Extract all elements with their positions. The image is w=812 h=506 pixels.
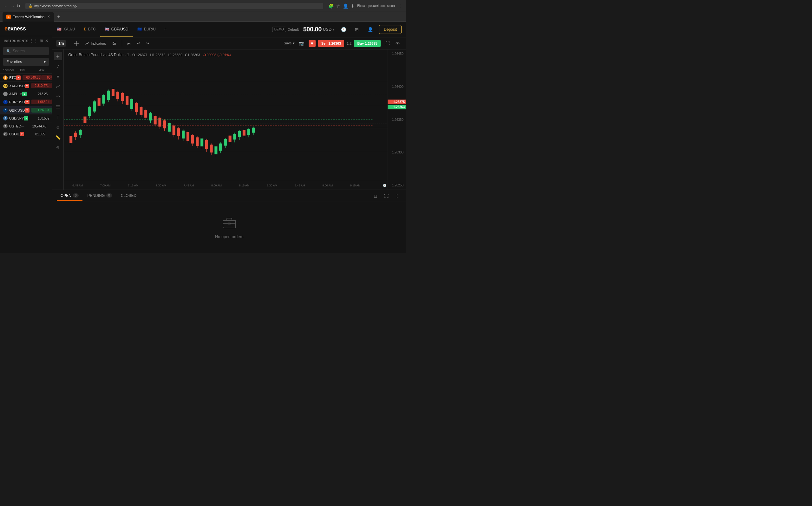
indicators-button[interactable]: Indicators bbox=[83, 40, 108, 47]
cursor-tool[interactable]: ✛ bbox=[54, 52, 62, 60]
favorites-dropdown[interactable]: Favorites ▾ bbox=[3, 58, 49, 66]
save-button[interactable]: Save ▾ bbox=[284, 41, 295, 45]
col-signal bbox=[14, 69, 20, 72]
tab-xauusd[interactable]: 🇺🇸 XAU/U bbox=[52, 21, 80, 37]
pending-orders-tab[interactable]: PENDING 0 bbox=[84, 191, 116, 201]
fib-tool[interactable] bbox=[54, 103, 62, 111]
address-bar[interactable]: 🔒 my.exness.com/webtrading/ bbox=[25, 3, 323, 9]
balance-dropdown-arrow[interactable]: ▾ bbox=[333, 27, 335, 32]
measure-tool[interactable]: 📏 bbox=[54, 133, 62, 142]
deposit-button[interactable]: Deposit bbox=[379, 25, 402, 34]
grid-icon-btn[interactable]: ⊞ bbox=[352, 25, 361, 34]
chart-icon-btns: ⛶ 👁 bbox=[383, 39, 402, 48]
orders-layout-btn[interactable]: ⊟ bbox=[371, 191, 380, 200]
search-box[interactable]: 🔍 Search bbox=[3, 47, 49, 55]
instrument-row-xauusd[interactable]: Au XAU/USD ▼ 2,310.271 2,310.47 bbox=[0, 82, 52, 90]
instrument-row-usoil[interactable]: O USOIL ▼ 81.095 81.114 bbox=[0, 130, 52, 138]
orders-expand-btn[interactable]: ⛶ bbox=[382, 191, 391, 200]
svg-rect-63 bbox=[168, 123, 171, 132]
extensions-icon[interactable]: 🧩 bbox=[328, 3, 334, 9]
rewind-back-button[interactable]: ⏮ bbox=[125, 40, 133, 46]
search-placeholder: Search bbox=[13, 49, 25, 53]
svg-line-10 bbox=[59, 96, 60, 97]
price-level-2: 1.26400 bbox=[388, 85, 405, 88]
clock-icon-btn[interactable]: 🕐 bbox=[339, 25, 348, 34]
user-icon-btn[interactable]: 👤 bbox=[366, 25, 375, 34]
sell-arrow-button[interactable]: ▼ bbox=[309, 40, 316, 47]
regression-tool[interactable] bbox=[54, 82, 62, 91]
time-axis-end[interactable]: 🕐 bbox=[369, 184, 388, 187]
text-tool[interactable]: T bbox=[54, 113, 62, 121]
new-tab-btn[interactable]: + bbox=[55, 14, 63, 20]
tab-instruments: 🇺🇸 XAU/U ₿ BTC 🇬🇧 GBP/USD 🇪🇺 EUR/U bbox=[52, 21, 170, 37]
svg-rect-73 bbox=[191, 135, 194, 143]
emoji-tool[interactable]: ☺ bbox=[54, 123, 62, 131]
buy-button[interactable]: Buy 1.26375 bbox=[354, 40, 381, 47]
timeframe-1m-button[interactable]: 1m bbox=[56, 40, 66, 47]
browser-forward-btn[interactable]: → bbox=[10, 3, 15, 9]
chart-canvas[interactable]: Great Britain Pound vs US Dollar · 1 · O… bbox=[64, 50, 406, 190]
browser-back-btn[interactable]: ← bbox=[4, 3, 8, 9]
instrument-row-eurusd[interactable]: € EUR/USD ▼ 1.06891 1.06901 bbox=[0, 98, 52, 106]
tab-eurusd[interactable]: 🇪🇺 EUR/U bbox=[133, 21, 160, 37]
screenshot-btn[interactable]: 📷 bbox=[297, 39, 306, 48]
btc-bid: 60,849.85 bbox=[22, 75, 42, 80]
drawing-tools-button[interactable] bbox=[72, 40, 81, 47]
svg-rect-77 bbox=[200, 139, 203, 147]
zoom-tool[interactable]: ⊕ bbox=[54, 143, 62, 152]
usdjpy-bid: 160.559 bbox=[30, 117, 49, 120]
col-symbol: Symbol bbox=[3, 69, 14, 72]
xau-icon: Au bbox=[3, 84, 8, 88]
tab-gbpusd[interactable]: 🇬🇧 GBP/USD bbox=[100, 21, 133, 37]
instrument-row-usdjpy[interactable]: $ USD/JPY ▲ 160.559 160.570 bbox=[0, 114, 52, 122]
list-view-icon[interactable]: ⋮⋮ bbox=[30, 39, 38, 43]
open-tab-label: OPEN bbox=[61, 193, 71, 198]
fullscreen-btn[interactable]: ⛶ bbox=[383, 39, 392, 48]
star-icon[interactable]: ☆ bbox=[336, 3, 340, 9]
demo-badge: DEMO bbox=[272, 27, 286, 32]
price-level-5: 1.26250 bbox=[388, 184, 405, 187]
instrument-row-ustec[interactable]: T USTEC — 19,744.40 19,750.3 bbox=[0, 122, 52, 130]
time-730: 7:30 AM bbox=[147, 184, 175, 187]
download-icon[interactable]: ⬇ bbox=[351, 3, 354, 9]
tab-btc[interactable]: ₿ BTC bbox=[80, 21, 100, 37]
svg-rect-95 bbox=[243, 130, 245, 136]
instrument-row-gbpusd[interactable]: £ GBP/USD ▼ 1.26363 1.26375 bbox=[0, 106, 52, 114]
browser-tab-exness[interactable]: E Exness WebTerminal ✕ bbox=[3, 12, 54, 21]
xauusd-label: XAU/USD bbox=[9, 84, 25, 88]
multi-line-tool[interactable] bbox=[54, 93, 62, 101]
svg-rect-21 bbox=[70, 136, 72, 143]
browser-refresh-btn[interactable]: ↻ bbox=[16, 3, 20, 9]
sell-button[interactable]: Sell 1.26363 bbox=[318, 40, 344, 47]
chart-type-button[interactable] bbox=[110, 40, 119, 47]
symbol-name-usoil: O USOIL bbox=[3, 132, 20, 136]
empty-orders-text: No open orders bbox=[215, 234, 244, 239]
undo-button[interactable]: ↩ bbox=[135, 40, 142, 46]
empty-orders-icon bbox=[222, 216, 237, 231]
collapse-icon[interactable]: ✕ bbox=[45, 39, 49, 43]
ohlc-change: -0.00008 (-0.01%) bbox=[203, 53, 231, 57]
svg-rect-2 bbox=[113, 43, 114, 45]
h-line-tool[interactable]: ≡ bbox=[54, 72, 62, 81]
instruments-table: Symbol Bid Ask ₿ BTC ▼ 60,849.85 60,886.… bbox=[0, 67, 52, 253]
time-830: 8:30 AM bbox=[258, 184, 286, 187]
account-icon[interactable]: 👤 bbox=[343, 3, 348, 9]
time-800: 8:00 AM bbox=[203, 184, 231, 187]
line-tool[interactable]: ╱ bbox=[54, 62, 62, 70]
menu-icon[interactable]: ⋮ bbox=[398, 3, 402, 9]
tab-close-btn[interactable]: ✕ bbox=[47, 15, 50, 19]
orders-menu-btn[interactable]: ⋮ bbox=[393, 191, 402, 200]
eurusd-tab-label: EUR/U bbox=[144, 27, 156, 31]
svg-rect-5 bbox=[114, 43, 115, 45]
redo-button[interactable]: ↪ bbox=[144, 40, 151, 46]
grid-view-icon[interactable]: ⊞ bbox=[39, 39, 43, 43]
instrument-row-btc[interactable]: ₿ BTC ▼ 60,849.85 60,886.1 bbox=[0, 74, 52, 82]
svg-line-8 bbox=[56, 96, 58, 97]
open-orders-tab[interactable]: OPEN 0 bbox=[57, 191, 82, 201]
eye-btn[interactable]: 👁 bbox=[393, 39, 402, 48]
logo-e: e bbox=[4, 25, 8, 32]
svg-rect-25 bbox=[79, 130, 82, 136]
instrument-row-aapl[interactable]: AAPL ⊘ ▲ 213.25 213.34 bbox=[0, 90, 52, 98]
closed-orders-tab[interactable]: CLOSED bbox=[117, 191, 140, 201]
add-tab-button[interactable]: + bbox=[160, 21, 170, 37]
